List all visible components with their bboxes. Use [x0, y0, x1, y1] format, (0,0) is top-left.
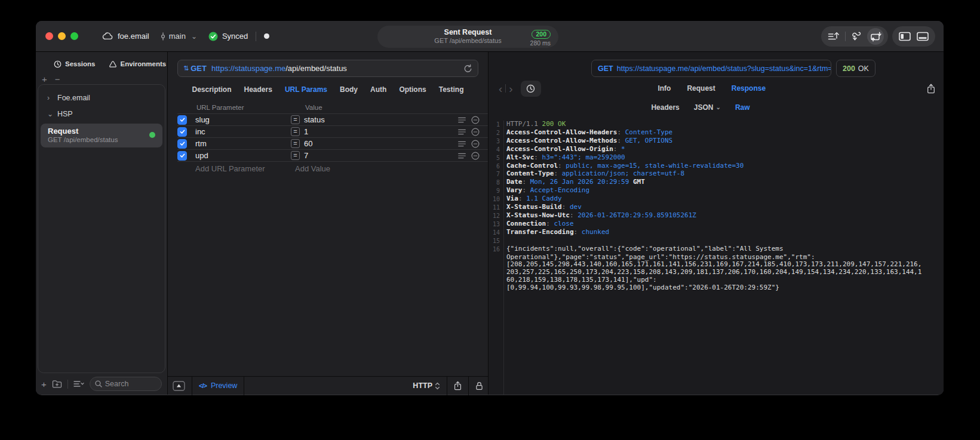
search-box[interactable] [90, 377, 162, 391]
request-method[interactable]: GET [191, 64, 207, 73]
search-input[interactable] [105, 380, 156, 388]
request-editor-tab[interactable]: Auth [370, 85, 386, 94]
request-editor-tab[interactable]: Body [340, 85, 358, 94]
history-button[interactable] [521, 81, 541, 97]
protocol-selector[interactable]: HTTP [413, 381, 440, 390]
sort-filter-list-icon[interactable] [73, 380, 84, 387]
add-session-button[interactable]: + [42, 74, 47, 84]
request-url-host[interactable]: https://statuspage.me [211, 64, 285, 73]
close-window-button[interactable] [45, 32, 53, 40]
param-row-actions [458, 116, 480, 124]
param-checkbox[interactable] [177, 115, 187, 125]
method-selector-arrows-icon[interactable]: ⇅ [183, 64, 189, 72]
param-checkbox[interactable] [177, 127, 187, 137]
request-url-bar[interactable]: ⇅ GET https://statuspage.me/api/embed/st… [177, 60, 478, 77]
equals-operator-icon[interactable]: = [291, 139, 300, 148]
param-value-input[interactable]: status [304, 115, 458, 124]
preview-button[interactable]: </> Preview [199, 381, 237, 390]
toggle-bottom-panel-button[interactable] [917, 32, 929, 41]
share-request-icon[interactable] [454, 381, 462, 390]
forward-arrow-icon[interactable]: › [507, 83, 514, 94]
back-arrow-icon[interactable]: ‹ [497, 83, 504, 94]
param-value-input[interactable]: 7 [304, 151, 458, 160]
resend-request-icon[interactable] [463, 64, 472, 73]
export-changes-button[interactable] [828, 32, 839, 41]
app-window: foe.email main ⌄ Synced Sent Request GET… [36, 21, 944, 395]
tab-sessions[interactable]: Sessions [54, 60, 96, 68]
zoom-window-button[interactable] [70, 32, 78, 40]
request-url-path[interactable]: /api/embed/status [285, 64, 347, 73]
line-number [489, 261, 500, 269]
pull-changes-button[interactable] [852, 32, 864, 41]
sync-status[interactable]: Synced [208, 32, 248, 41]
collapse-panel-icon[interactable] [173, 381, 185, 391]
response-status-box: 200 OK [836, 60, 875, 77]
tab-environments-label: Environments [121, 60, 167, 67]
lock-icon[interactable] [475, 381, 483, 390]
request-list-item-selected[interactable]: Request GET /api/embed/status [41, 124, 162, 147]
request-editor-tab[interactable]: Options [399, 85, 426, 94]
drag-handle-icon[interactable] [458, 129, 466, 135]
drag-handle-icon[interactable] [458, 117, 466, 123]
line-number: 8 [489, 179, 500, 187]
param-value-input[interactable]: 1 [304, 127, 458, 136]
response-line: 2 Access-Control-Allow-Headers: Content-… [489, 129, 944, 137]
param-checkbox[interactable] [177, 151, 187, 161]
subtab-json[interactable]: JSON ⌄ [694, 103, 721, 112]
param-name-input[interactable]: slug [195, 115, 291, 124]
line-number [489, 254, 500, 261]
drag-handle-icon[interactable] [458, 141, 466, 147]
branch-selector[interactable]: main ⌄ [160, 32, 196, 41]
new-group-folder-icon[interactable] [52, 380, 62, 388]
remove-param-icon[interactable] [471, 116, 480, 124]
request-editor-tab[interactable]: Description [192, 85, 232, 94]
toggle-left-panel-button[interactable] [899, 32, 911, 41]
request-editor-tab[interactable]: Testing [439, 85, 464, 94]
sent-url-box[interactable]: GET https://statuspage.me/api/embed/stat… [591, 60, 831, 77]
response-line: 3 Access-Control-Allow-Methods: GET, OPT… [489, 137, 944, 146]
add-param-name-placeholder[interactable]: Add URL Parameter [195, 164, 295, 173]
line-content: Access-Control-Allow-Headers: Content-Ty… [506, 129, 672, 137]
session-add-remove: + − [36, 73, 167, 84]
line-number: 15 [489, 237, 500, 245]
sync-request-button[interactable] [870, 32, 881, 42]
param-value-input[interactable]: 60 [304, 139, 458, 148]
add-request-button[interactable]: + [41, 379, 47, 389]
minimize-window-button[interactable] [58, 32, 66, 40]
remove-param-icon[interactable] [471, 128, 480, 136]
request-editor-tab[interactable]: URL Params [285, 85, 327, 94]
remove-param-icon[interactable] [471, 140, 480, 148]
param-name-input[interactable]: upd [195, 151, 291, 160]
sent-request-subtitle: GET /api/embed/status [434, 37, 501, 45]
param-row[interactable]: slug = status [177, 114, 488, 126]
response-tab[interactable]: Response [732, 84, 766, 93]
param-name-input[interactable]: inc [195, 127, 291, 136]
response-tab[interactable]: Request [687, 84, 715, 93]
tree-item-hsp[interactable]: ⌄ HSP [38, 106, 165, 122]
titlebar-actions [821, 26, 935, 47]
param-row[interactable]: rtm = 60 [177, 138, 488, 150]
add-param-value-placeholder[interactable]: Add Value [295, 164, 330, 173]
line-content: HTTP/1.1 200 OK [506, 121, 566, 129]
remove-param-icon[interactable] [471, 152, 480, 160]
response-tab[interactable]: Info [658, 84, 671, 93]
response-status-text: OK [858, 64, 869, 73]
tab-environments[interactable]: Environments [109, 60, 167, 68]
sent-request-summary[interactable]: Sent Request GET /api/embed/status 200 2… [377, 26, 558, 48]
export-response-icon[interactable] [927, 84, 935, 94]
equals-operator-icon[interactable]: = [291, 115, 300, 124]
subtab-headers[interactable]: Headers [651, 103, 679, 112]
param-checkbox[interactable] [177, 139, 187, 149]
equals-operator-icon[interactable]: = [291, 151, 300, 160]
param-row[interactable]: upd = 7 [177, 150, 488, 162]
request-editor-tab[interactable]: Headers [244, 85, 272, 94]
param-name-input[interactable]: rtm [195, 139, 291, 148]
subtab-raw[interactable]: Raw [735, 103, 750, 112]
drag-handle-icon[interactable] [458, 153, 466, 159]
project-menu[interactable]: foe.email [102, 32, 149, 41]
remove-session-button[interactable]: − [55, 74, 60, 84]
response-raw-view[interactable]: 1 HTTP/1.1 200 OK 2 Access-Control-Allow… [489, 121, 944, 395]
param-row[interactable]: inc = 1 [177, 126, 488, 138]
tree-item-foe-email[interactable]: › Foe.email [38, 90, 165, 106]
equals-operator-icon[interactable]: = [291, 127, 300, 136]
